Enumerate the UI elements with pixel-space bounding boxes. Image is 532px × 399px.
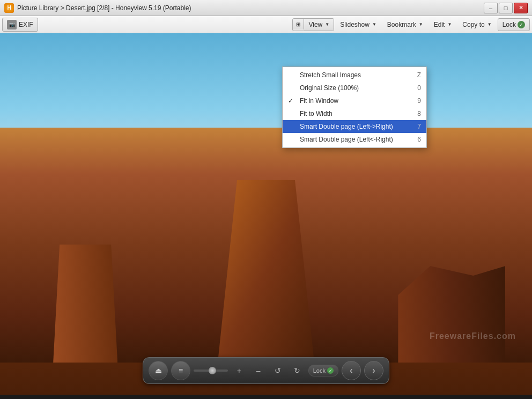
bottom-toolbar: ⏏ ≡ + – ↺ ↻ Lock ✓ ‹ › bbox=[143, 357, 389, 384]
view-button-group: ⊞ View ▼ bbox=[292, 18, 334, 31]
shortcut-smart-rl: 6 bbox=[417, 136, 421, 143]
butte-right bbox=[398, 266, 505, 363]
toolbar-lock-label: Lock bbox=[313, 367, 326, 374]
rotate-right-icon: ↻ bbox=[294, 366, 300, 375]
dropdown-item-stretch[interactable]: Stretch Small Images Z bbox=[283, 69, 426, 82]
titlebar: H Picture Library > Desert.jpg [2/8] - H… bbox=[0, 0, 532, 16]
eject-icon: ⏏ bbox=[155, 366, 162, 375]
copyto-label: Copy to bbox=[462, 21, 484, 28]
dropdown-label-smart-rl: Smart Double page (Left<-Right) bbox=[300, 136, 393, 143]
menu-right: ⊞ View ▼ Slideshow ▼ Bookmark ▼ Edit ▼ C… bbox=[292, 18, 530, 31]
slideshow-chevron-icon: ▼ bbox=[372, 22, 376, 27]
dropdown-label-fit-window: Fit in Window bbox=[300, 97, 338, 105]
edit-label: Edit bbox=[434, 21, 445, 28]
close-button[interactable]: ✕ bbox=[514, 3, 528, 13]
dropdown-item-original[interactable]: Original Size (100%) 0 bbox=[283, 82, 426, 94]
next-button[interactable]: › bbox=[364, 361, 383, 380]
rotate-right-button[interactable]: ↻ bbox=[289, 363, 305, 379]
dropdown-label-fit-width: Fit to Width bbox=[300, 110, 332, 117]
shortcut-original: 0 bbox=[417, 84, 421, 92]
image-display: FreewareFiles.com bbox=[0, 33, 532, 395]
copyto-chevron-icon: ▼ bbox=[487, 22, 492, 27]
rotate-left-button[interactable]: ↺ bbox=[270, 363, 286, 379]
zoom-slider-thumb bbox=[209, 367, 216, 374]
butte-left bbox=[53, 245, 117, 363]
toolbar-lock-check-icon: ✓ bbox=[327, 367, 334, 374]
check-mark-fit-window: ✓ bbox=[288, 97, 293, 105]
lock-button[interactable]: Lock ✓ bbox=[498, 18, 530, 31]
menu-left: 📷 EXIF bbox=[2, 18, 38, 32]
minimize-button[interactable]: – bbox=[484, 3, 498, 13]
zoom-out-icon: – bbox=[256, 366, 261, 375]
prev-button[interactable]: ‹ bbox=[342, 361, 361, 380]
dropdown-item-smart-lr[interactable]: Smart Double page (Left->Right) 7 bbox=[283, 120, 426, 133]
shortcut-fit-window: 9 bbox=[417, 97, 421, 105]
shortcut-fit-width: 8 bbox=[417, 110, 421, 117]
view-label: View bbox=[308, 21, 322, 28]
zoom-in-icon: + bbox=[237, 366, 241, 375]
window-controls: – □ ✕ bbox=[484, 3, 528, 13]
dropdown-item-fit-width[interactable]: Fit to Width 8 bbox=[283, 107, 426, 120]
view-chevron-icon: ▼ bbox=[325, 22, 329, 27]
watermark: FreewareFiles.com bbox=[430, 331, 516, 341]
slideshow-label: Slideshow bbox=[340, 21, 370, 28]
eject-button[interactable]: ⏏ bbox=[149, 361, 168, 380]
window-title: Picture Library > Desert.jpg [2/8] - Hon… bbox=[17, 4, 484, 12]
lock-label: Lock bbox=[503, 21, 516, 28]
copyto-menu-button[interactable]: Copy to ▼ bbox=[457, 18, 496, 31]
edit-chevron-icon: ▼ bbox=[447, 22, 452, 27]
view-dropdown-menu: Stretch Small Images Z Original Size (10… bbox=[282, 66, 427, 148]
app-icon: H bbox=[4, 3, 14, 13]
zoom-slider-track bbox=[194, 370, 228, 372]
bookmark-chevron-icon: ▼ bbox=[419, 22, 423, 27]
lock-check-icon: ✓ bbox=[518, 21, 525, 28]
bookmark-menu-button[interactable]: Bookmark ▼ bbox=[382, 18, 428, 31]
menu-icon: ≡ bbox=[179, 366, 183, 375]
rotate-left-icon: ↺ bbox=[275, 366, 281, 375]
toolbar-lock-button[interactable]: Lock ✓ bbox=[308, 365, 338, 376]
dropdown-label-original: Original Size (100%) bbox=[300, 84, 359, 92]
zoom-out-button[interactable]: – bbox=[250, 363, 267, 379]
dropdown-label-stretch: Stretch Small Images bbox=[300, 71, 361, 79]
exif-label: EXIF bbox=[19, 21, 33, 28]
shortcut-stretch: Z bbox=[417, 71, 421, 79]
menubar: 📷 EXIF ⊞ View ▼ Slideshow ▼ Bookmark ▼ E… bbox=[0, 16, 532, 33]
menu-button[interactable]: ≡ bbox=[171, 361, 190, 380]
main-image-area: FreewareFiles.com Stretch Small Images Z… bbox=[0, 33, 532, 395]
dropdown-item-smart-rl[interactable]: Smart Double page (Left<-Right) 6 bbox=[283, 133, 426, 146]
bookmark-label: Bookmark bbox=[387, 21, 416, 28]
edit-menu-button[interactable]: Edit ▼ bbox=[429, 18, 457, 31]
next-icon: › bbox=[372, 366, 375, 375]
dropdown-label-smart-lr: Smart Double page (Left->Right) bbox=[300, 123, 393, 130]
prev-icon: ‹ bbox=[350, 366, 352, 375]
dropdown-item-fit-window[interactable]: ✓ Fit in Window 9 bbox=[283, 94, 426, 107]
slideshow-menu-button[interactable]: Slideshow ▼ bbox=[335, 18, 381, 31]
restore-button[interactable]: □ bbox=[499, 3, 513, 13]
view-menu-button[interactable]: View ▼ bbox=[304, 19, 334, 31]
zoom-slider-container[interactable] bbox=[194, 368, 228, 373]
exif-button[interactable]: 📷 EXIF bbox=[2, 18, 38, 32]
zoom-in-button[interactable]: + bbox=[231, 363, 247, 379]
view-icon-button[interactable]: ⊞ bbox=[293, 19, 304, 29]
shortcut-smart-lr: 7 bbox=[417, 123, 421, 130]
camera-icon: 📷 bbox=[7, 20, 17, 29]
